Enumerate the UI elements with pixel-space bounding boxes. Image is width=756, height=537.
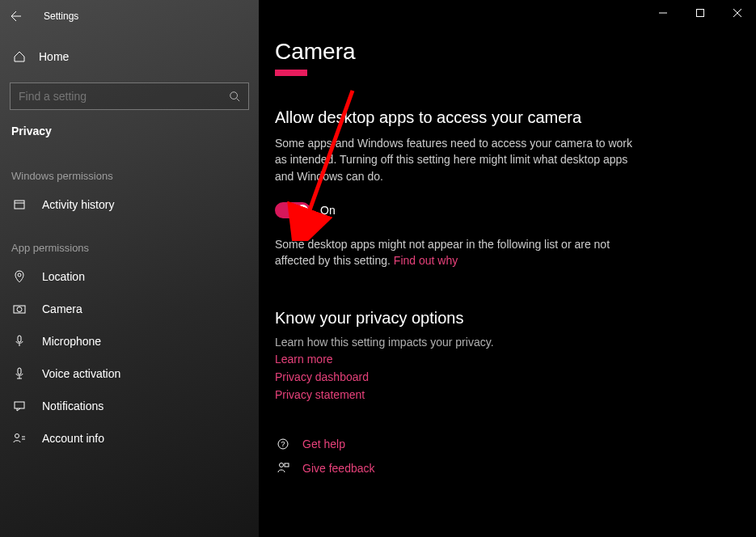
svg-rect-9	[15, 402, 24, 408]
desktop-camera-toggle[interactable]	[275, 202, 310, 218]
get-help-row[interactable]: ? Get help	[275, 438, 740, 450]
sidebar-item-activity-history[interactable]: Activity history	[0, 188, 259, 221]
allow-desktop-title: Allow desktop apps to access your camera	[275, 108, 740, 127]
nav-label: Activity history	[42, 198, 114, 211]
maximize-button[interactable]	[682, 0, 719, 26]
nav-label: Camera	[42, 302, 82, 315]
svg-point-10	[15, 434, 19, 438]
toggle-knob	[297, 205, 308, 216]
search-icon	[229, 91, 240, 102]
titlebar: Settings	[0, 0, 259, 32]
sidebar-item-home[interactable]: Home	[0, 40, 259, 73]
account-info-icon	[11, 432, 27, 445]
voice-activation-icon	[11, 367, 27, 380]
svg-text:?: ?	[281, 440, 285, 448]
minimize-button[interactable]	[644, 0, 682, 26]
get-help-link[interactable]: Get help	[302, 438, 345, 450]
section-app-permissions: App permissions	[0, 221, 259, 260]
search-input[interactable]	[19, 90, 229, 103]
accent-strip	[275, 70, 307, 76]
privacy-dashboard-link[interactable]: Privacy dashboard	[275, 370, 369, 383]
sidebar-item-camera[interactable]: Camera	[0, 293, 259, 325]
toggle-row: On	[275, 202, 740, 218]
nav-label: Voice activation	[42, 367, 120, 380]
microphone-icon	[11, 335, 27, 348]
svg-point-4	[18, 273, 21, 277]
category-label: Privacy	[0, 110, 259, 149]
page-title: Camera	[275, 39, 740, 65]
privacy-options-title: Know your privacy options	[275, 309, 740, 328]
home-label: Home	[39, 50, 69, 63]
svg-point-6	[17, 307, 22, 312]
toggle-state-label: On	[320, 204, 336, 217]
help-icon: ?	[275, 438, 291, 450]
nav-label: Microphone	[42, 335, 101, 348]
main-panel: Camera Allow desktop apps to access your…	[259, 0, 756, 537]
sidebar-item-location[interactable]: Location	[0, 260, 259, 293]
feedback-icon	[275, 462, 291, 475]
sidebar-item-voice-activation[interactable]: Voice activation	[0, 357, 259, 390]
sidebar-item-account-info[interactable]: Account info	[0, 422, 259, 455]
give-feedback-row[interactable]: Give feedback	[275, 462, 740, 475]
back-button[interactable]	[0, 0, 32, 32]
notifications-icon	[11, 400, 27, 412]
nav-label: Account info	[42, 432, 104, 445]
sidebar-item-notifications[interactable]: Notifications	[0, 390, 259, 422]
home-icon	[11, 50, 27, 63]
svg-line-1	[237, 99, 240, 102]
sidebar: Settings Home Privacy Windows permission…	[0, 0, 259, 537]
svg-rect-12	[697, 10, 704, 17]
privacy-options-sub: Learn how this setting impacts your priv…	[275, 336, 740, 349]
search-box[interactable]	[10, 82, 249, 110]
section-windows-permissions: Windows permissions	[0, 149, 259, 188]
close-button[interactable]	[719, 0, 756, 26]
svg-point-15	[280, 463, 284, 467]
nav-label: Location	[42, 270, 85, 283]
give-feedback-link[interactable]: Give feedback	[302, 462, 375, 475]
sidebar-item-microphone[interactable]: Microphone	[0, 325, 259, 357]
privacy-statement-link[interactable]: Privacy statement	[275, 388, 365, 401]
list-note: Some desktop apps might not appear in th…	[275, 236, 639, 269]
svg-rect-2	[15, 201, 24, 209]
svg-point-0	[230, 92, 238, 99]
back-arrow-icon	[10, 10, 23, 23]
camera-icon	[11, 302, 27, 315]
location-icon	[11, 270, 27, 283]
svg-rect-8	[18, 368, 21, 374]
find-out-why-link[interactable]: Find out why	[394, 254, 458, 267]
nav-label: Notifications	[42, 400, 103, 412]
activity-history-icon	[11, 198, 27, 211]
svg-rect-7	[18, 336, 21, 342]
content: Camera Allow desktop apps to access your…	[259, 0, 756, 491]
svg-rect-16	[285, 463, 289, 467]
window-title: Settings	[44, 11, 78, 22]
window-controls	[644, 0, 756, 26]
learn-more-link[interactable]: Learn more	[275, 353, 333, 366]
allow-desktop-body: Some apps and Windows features need to a…	[275, 135, 639, 184]
